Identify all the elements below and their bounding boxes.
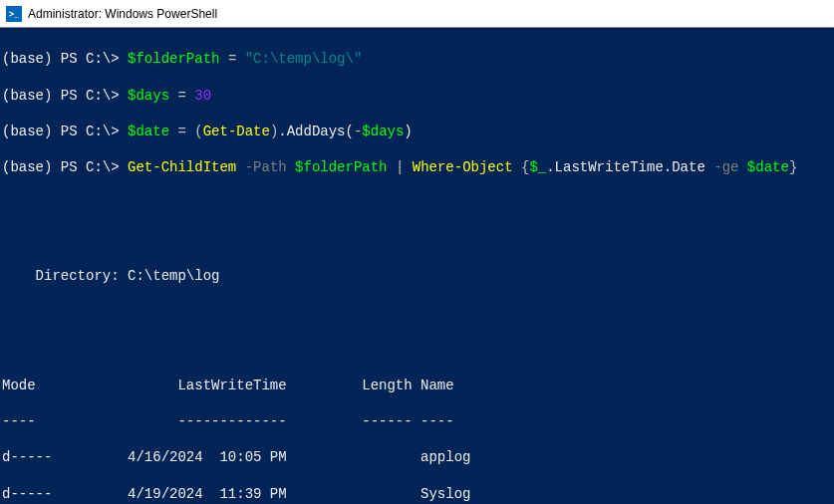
ps-parameter: -Path: [245, 159, 287, 175]
ps-member: .LastWriteTime.Date: [546, 159, 705, 175]
prompt-env: (base): [2, 124, 52, 139]
ps-operator: =: [228, 51, 236, 67]
command-line-3: (base) PS C:\> $date = (Get-Date).AddDay…: [2, 123, 832, 140]
ps-variable: $days: [362, 124, 404, 139]
ps-variable: $days: [128, 88, 169, 104]
command-line-2: (base) PS C:\> $days = 30: [2, 87, 832, 105]
prompt-env: (base): [2, 159, 52, 175]
ps-pipe: |: [396, 159, 404, 175]
ps-variable: $folderPath: [295, 159, 387, 175]
ps-operator-ge: -ge: [713, 159, 738, 175]
window-title: Administrator: Windows PowerShell: [28, 7, 217, 21]
table-row: d----- 4/16/2024 10:05 PM applog: [2, 448, 832, 466]
window-titlebar[interactable]: >_ Administrator: Windows PowerShell: [0, 0, 834, 28]
prompt-path: PS C:\>: [61, 124, 120, 139]
ps-cmdlet: Where-Object: [413, 159, 513, 175]
prompt-path: PS C:\>: [61, 51, 120, 67]
ps-string: "C:\temp\log\": [245, 51, 363, 67]
ps-variable: $folderPath: [128, 51, 219, 67]
command-line-4: (base) PS C:\> Get-ChildItem -Path $fold…: [2, 158, 832, 176]
table-row: d----- 4/19/2024 11:39 PM Syslog: [2, 485, 832, 503]
ps-cmdlet: Get-Date: [203, 124, 270, 139]
ps-dollar-underscore: $_: [529, 159, 546, 175]
prompt-path: PS C:\>: [61, 88, 120, 104]
ps-operator: =: [177, 88, 185, 104]
brace-close: }: [789, 159, 797, 175]
ps-operator: =: [177, 124, 185, 139]
paren-open: (: [194, 124, 202, 139]
ps-cmdlet: Get-ChildItem: [128, 159, 236, 175]
blank-line: [2, 231, 832, 249]
blank-line: [2, 340, 832, 358]
table-header: Mode LastWriteTime Length Name: [2, 377, 832, 394]
prompt-path: PS C:\>: [61, 159, 120, 175]
command-line-1: (base) PS C:\> $folderPath = "C:\temp\lo…: [2, 50, 832, 68]
paren-close: ): [404, 124, 412, 139]
ps-variable: $date: [747, 159, 789, 175]
ps-variable: $date: [128, 124, 169, 139]
table-header-underline: ---- ------------- ------ ----: [2, 412, 832, 430]
powershell-icon: >_: [6, 6, 22, 22]
ps-number: 30: [194, 88, 211, 104]
directory-header: Directory: C:\temp\log: [2, 267, 832, 285]
blank-line: [2, 304, 832, 322]
terminal-area[interactable]: (base) PS C:\> $folderPath = "C:\temp\lo…: [0, 28, 834, 504]
prompt-env: (base): [2, 88, 52, 104]
ps-member: .AddDays(: [278, 124, 354, 139]
prompt-env: (base): [2, 51, 52, 67]
blank-line: [2, 195, 832, 213]
